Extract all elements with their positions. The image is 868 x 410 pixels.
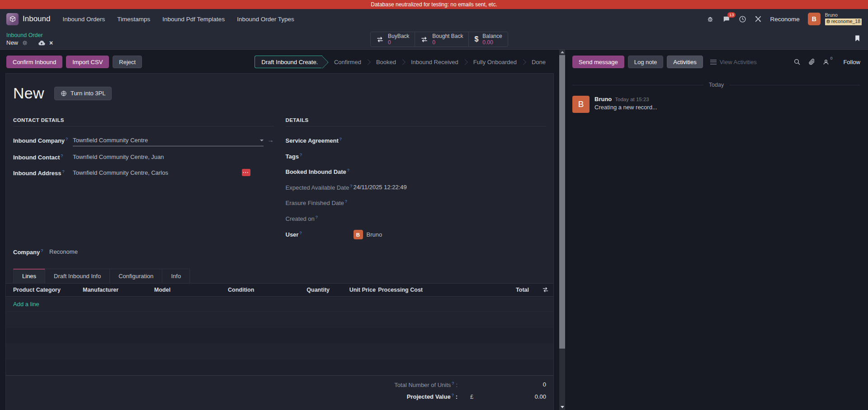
scroll-down-arrow-icon[interactable] bbox=[561, 406, 564, 408]
message-avatar: B bbox=[572, 96, 590, 113]
send-message-button[interactable]: Send message bbox=[572, 56, 624, 68]
stage-draft-inbound-created[interactable]: Draft Inbound Created bbox=[255, 56, 322, 68]
col-total[interactable]: Total bbox=[423, 287, 537, 293]
company-label: Company? bbox=[13, 248, 49, 257]
search-messages-icon[interactable] bbox=[793, 58, 801, 65]
main-scrollbar[interactable] bbox=[559, 50, 565, 410]
tab-draft-inbound-info[interactable]: Draft Inbound Info bbox=[45, 269, 110, 283]
statusbar: Draft Inbound Created Confirmed Booked I… bbox=[255, 56, 547, 68]
stage-confirmed[interactable]: Confirmed bbox=[332, 59, 363, 65]
dollar-icon: $ bbox=[474, 35, 478, 43]
stage-fully-onboarded[interactable]: Fully Onboarded bbox=[472, 59, 519, 65]
tab-configuration[interactable]: Configuration bbox=[109, 269, 162, 283]
help-icon: ? bbox=[347, 168, 349, 172]
save-cloud-icon[interactable] bbox=[38, 40, 45, 46]
log-note-button[interactable]: Log note bbox=[628, 56, 664, 68]
turn-into-3pl-button[interactable]: Turn into 3PL bbox=[54, 87, 112, 100]
optional-columns-icon[interactable] bbox=[537, 287, 553, 293]
reject-button[interactable]: Reject bbox=[113, 56, 142, 68]
menu-timestamps[interactable]: Timestamps bbox=[117, 16, 150, 23]
followers-icon[interactable]: 0 bbox=[823, 59, 829, 65]
col-processing-cost[interactable]: Processing Cost bbox=[376, 287, 423, 293]
gear-icon[interactable] bbox=[22, 40, 28, 46]
col-manufacturer[interactable]: Manufacturer bbox=[75, 287, 147, 293]
day-divider-label: Today bbox=[709, 82, 724, 88]
bookmark-icon[interactable] bbox=[854, 35, 860, 42]
total-units-label: Total Number of Units?: bbox=[394, 381, 458, 388]
dropdown-caret-icon[interactable] bbox=[260, 140, 264, 141]
col-unit-price[interactable]: Unit Price bbox=[330, 287, 376, 293]
user-field-value[interactable]: Bruno bbox=[367, 231, 382, 239]
internal-link-icon[interactable]: → bbox=[268, 136, 274, 144]
col-condition[interactable]: Condition bbox=[221, 287, 297, 293]
bought-back-stat-button[interactable]: Bought Back 0 bbox=[415, 32, 469, 47]
stat-value: 0.00 bbox=[482, 39, 502, 46]
menu-inbound-order-types[interactable]: Inbound Order Types bbox=[237, 16, 294, 23]
inbound-contact-value[interactable]: Townfield Community Centre, Juan bbox=[73, 153, 164, 161]
col-product-category[interactable]: Product Category bbox=[6, 287, 75, 293]
stage-booked[interactable]: Booked bbox=[374, 59, 398, 65]
import-csv-button[interactable]: Import CSV bbox=[66, 56, 109, 68]
stat-label: Bought Back bbox=[432, 33, 463, 39]
messages-icon[interactable]: 13 bbox=[722, 15, 731, 23]
chevron-right-icon bbox=[520, 59, 526, 65]
message-author[interactable]: Bruno bbox=[594, 96, 612, 102]
help-icon: ? bbox=[300, 153, 302, 157]
activities-button[interactable]: Activities bbox=[667, 56, 703, 68]
inbound-address-value[interactable]: Townfield Community Centre, Carlos bbox=[73, 169, 168, 177]
view-activities-label: View Activities bbox=[720, 59, 757, 65]
stage-done[interactable]: Done bbox=[530, 59, 547, 65]
menu-inbound-orders[interactable]: Inbound Orders bbox=[62, 16, 105, 23]
user-menu[interactable]: Bruno reconome_18 bbox=[825, 12, 862, 25]
app-name[interactable]: Inbound bbox=[23, 14, 50, 23]
company-value[interactable]: Reconome bbox=[49, 248, 78, 257]
company-switcher[interactable]: Reconome bbox=[770, 16, 799, 23]
breadcrumb-parent-link[interactable]: Inbound Order bbox=[6, 32, 53, 38]
expected-available-date-label: Expected Available Date? bbox=[286, 183, 354, 192]
stage-inbound-received[interactable]: Inbound Received bbox=[409, 59, 460, 65]
attachment-icon[interactable] bbox=[808, 58, 815, 65]
app-menu-icon[interactable] bbox=[6, 13, 19, 25]
view-activities-button[interactable]: View Activities bbox=[710, 59, 757, 65]
tools-icon[interactable] bbox=[755, 15, 762, 23]
scrollbar-thumb[interactable] bbox=[559, 55, 565, 349]
inbound-address-label: Inbound Address? bbox=[13, 169, 73, 178]
menu-inbound-pdf-templates[interactable]: Inbound Pdf Templates bbox=[162, 16, 225, 23]
follower-count: 0 bbox=[830, 56, 832, 61]
currency-symbol: £ bbox=[458, 393, 501, 400]
projected-value-amount: 0.00 bbox=[501, 393, 546, 400]
empty-table-row bbox=[6, 328, 553, 344]
list-icon bbox=[710, 60, 717, 65]
form-view: Confirm Inbound Import CSV Reject Draft … bbox=[0, 50, 559, 410]
contact-details-section-title: CONTACT DETAILS bbox=[13, 117, 274, 126]
tab-info[interactable]: Info bbox=[162, 269, 190, 283]
discard-icon[interactable]: × bbox=[49, 39, 53, 47]
activity-clock-icon[interactable] bbox=[739, 15, 746, 23]
tab-lines[interactable]: Lines bbox=[13, 269, 45, 283]
col-quantity[interactable]: Quantity bbox=[297, 287, 330, 293]
record-title[interactable]: New bbox=[13, 84, 44, 102]
help-icon: ? bbox=[66, 137, 68, 141]
projected-value-label: Projected Value?: bbox=[407, 393, 458, 400]
confirm-inbound-button[interactable]: Confirm Inbound bbox=[6, 56, 62, 68]
bug-icon[interactable] bbox=[707, 15, 714, 23]
internal-user-badge-icon[interactable]: ··· bbox=[242, 169, 250, 176]
turn-into-3pl-label: Turn into 3PL bbox=[71, 90, 106, 97]
totals-footer: Total Number of Units?: 0 Projected Valu… bbox=[6, 375, 553, 405]
balance-stat-button[interactable]: $ Balance 0.00 bbox=[468, 32, 508, 47]
help-icon: ? bbox=[452, 381, 454, 386]
inbound-company-label: Inbound Company? bbox=[13, 136, 73, 145]
add-a-line-link[interactable]: Add a line bbox=[13, 301, 39, 308]
control-panel: Inbound Order New × BuyBack 0 Bought Bac… bbox=[0, 29, 868, 50]
inbound-company-input[interactable]: Townfield Community Centre bbox=[73, 136, 264, 146]
breadcrumb: Inbound Order New × bbox=[6, 32, 53, 47]
inbound-company-value[interactable]: Townfield Community Centre bbox=[73, 136, 148, 144]
buyback-stat-button[interactable]: BuyBack 0 bbox=[370, 32, 415, 47]
col-model[interactable]: Model bbox=[147, 287, 221, 293]
chatter-message[interactable]: B Bruno Today at 15:23 Creating a new re… bbox=[572, 96, 860, 113]
follow-button[interactable]: Follow bbox=[843, 59, 860, 65]
user-avatar[interactable]: B bbox=[808, 13, 821, 25]
scroll-up-arrow-icon[interactable] bbox=[561, 51, 564, 53]
message-count-badge: 13 bbox=[727, 12, 736, 18]
cube-icon bbox=[9, 15, 16, 23]
